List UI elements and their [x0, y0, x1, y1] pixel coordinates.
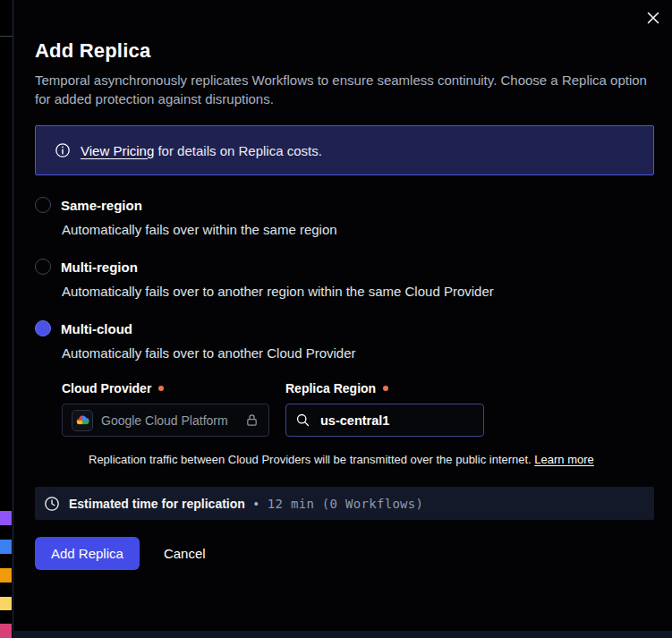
option-label: Multi-region	[61, 259, 138, 275]
pricing-banner-text: for details on Replica costs.	[154, 143, 322, 158]
option-description: Automatically fails over to another regi…	[62, 284, 654, 299]
option-multi-cloud: Multi-cloud Automatically fails over to …	[35, 320, 654, 466]
cloud-provider-label: Cloud Provider	[62, 381, 285, 396]
estimate-label: Estimated time for replication	[69, 497, 245, 511]
estimate-separator: •	[254, 497, 259, 511]
cloud-provider-field: Google Cloud Platform	[62, 404, 269, 437]
add-replica-button[interactable]: Add Replica	[35, 537, 140, 570]
radio-circle-icon[interactable]	[35, 259, 51, 275]
option-same-region: Same-region Automatically fails over wit…	[35, 197, 654, 237]
required-dot-icon	[158, 386, 164, 391]
radio-multi-cloud[interactable]: Multi-cloud	[35, 320, 654, 336]
replica-region-label: Replica Region	[285, 381, 509, 396]
add-replica-modal: Add Replica Temporal asynchronously repl…	[13, 0, 672, 631]
option-label: Same-region	[61, 198, 142, 213]
page-behind-color-block	[0, 540, 12, 554]
modal-title: Add Replica	[35, 0, 654, 63]
info-circle-icon	[55, 142, 71, 158]
option-description: Automatically fails over to another Clou…	[62, 345, 654, 361]
option-label: Multi-cloud	[61, 321, 132, 336]
option-multi-region: Multi-region Automatically fails over to…	[35, 259, 654, 299]
radio-circle-selected-icon[interactable]	[35, 320, 51, 336]
estimate-banner: Estimated time for replication • 12 min …	[35, 487, 654, 520]
cloud-provider-value: Google Cloud Platform	[101, 413, 236, 428]
page-behind-color-block	[0, 511, 12, 525]
cancel-button[interactable]: Cancel	[164, 546, 206, 561]
estimate-value: 12 min (0 Workflows)	[268, 497, 424, 511]
learn-more-link[interactable]: Learn more	[534, 453, 593, 466]
required-dot-icon	[383, 386, 388, 391]
page-behind-color-block	[0, 568, 12, 583]
modal-actions: Add Replica Cancel	[35, 537, 654, 570]
page-behind-color-block	[0, 624, 12, 638]
page-behind-strip	[0, 0, 13, 638]
multi-cloud-form: Cloud Provider Replica Region	[62, 381, 654, 466]
replica-region-field[interactable]	[285, 404, 484, 437]
option-description: Automatically fails over within the same…	[62, 222, 654, 237]
public-internet-note: Replication traffic between Cloud Provid…	[89, 453, 654, 466]
modal-description: Temporal asynchronously replicates Workf…	[35, 71, 654, 108]
page-behind-bottom-band	[13, 631, 672, 638]
lock-icon	[244, 413, 259, 428]
search-icon	[295, 413, 310, 428]
view-pricing-link[interactable]: View Pricing	[81, 143, 154, 158]
radio-same-region[interactable]: Same-region	[35, 197, 654, 213]
page-behind-divider	[0, 36, 13, 37]
clock-icon	[44, 496, 60, 512]
replica-region-input[interactable]	[319, 413, 474, 429]
page-behind-color-block	[0, 597, 12, 610]
pricing-info-banner: View Pricing for details on Replica cost…	[35, 125, 654, 175]
google-cloud-logo	[72, 410, 93, 431]
radio-multi-region[interactable]: Multi-region	[35, 259, 654, 275]
radio-circle-icon[interactable]	[35, 197, 51, 213]
